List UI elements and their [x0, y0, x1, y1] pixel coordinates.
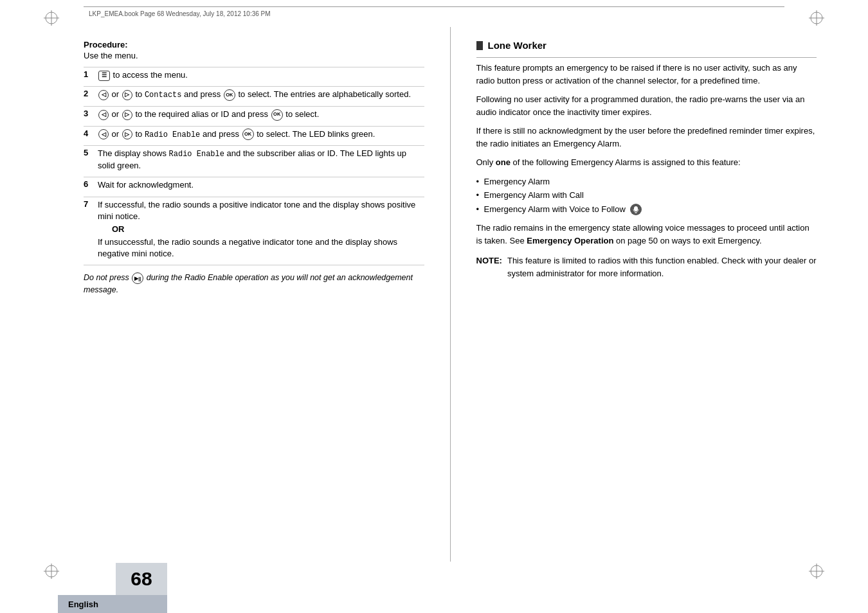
step-4: 4 ◁ or ▷ to Radio Enable and press OK to…: [84, 129, 424, 143]
step-2: 2 ◁ or ▷ to Contacts and press OK to sel…: [84, 89, 424, 103]
step-7-num: 7: [84, 199, 94, 209]
step-7-or: OR: [112, 224, 424, 235]
reg-mark-tr: [809, 10, 824, 28]
title-bar-icon: [476, 41, 483, 50]
divider-5: [84, 145, 424, 146]
ok-button-icon-3: OK: [242, 129, 254, 140]
page-number: 68: [131, 568, 152, 590]
ptt-button-icon: ▶||: [132, 272, 143, 284]
divider-2: [84, 86, 424, 87]
page-number-box: 68: [116, 563, 167, 595]
step-2-num: 2: [84, 89, 94, 98]
right-column: Lone Worker This feature prompts an emer…: [450, 27, 817, 562]
page: LKP_EMEA.book Page 68 Wednesday, July 18…: [0, 0, 868, 613]
para-2: Following no user activity for a program…: [476, 93, 817, 118]
step-4-num: 4: [84, 129, 94, 138]
language-tab: English: [58, 595, 167, 613]
section-title-text: Lone Worker: [488, 40, 547, 51]
italic-note: Do not press ▶|| during the Radio Enable…: [84, 272, 424, 296]
left-column: Procedure: Use the menu. 1 ☰ to access t…: [84, 27, 424, 562]
nav-right-icon: ▷: [122, 90, 132, 100]
para-1: This feature prompts an emergency to be …: [476, 62, 817, 87]
file-bar: LKP_EMEA.book Page 68 Wednesday, July 18…: [84, 6, 784, 21]
para-4-prefix: Only: [476, 157, 496, 167]
nav-left-icon-3: ◁: [98, 129, 109, 139]
step-5-content: The display shows Radio Enable and the s…: [98, 148, 424, 172]
nav-left-icon-2: ◁: [98, 110, 109, 120]
nav-right-icon-3: ▷: [122, 129, 132, 139]
step-1: 1 ☰ to access the menu.: [84, 69, 424, 84]
content-area: Procedure: Use the menu. 1 ☰ to access t…: [84, 27, 817, 562]
ok-button-icon: OK: [224, 89, 235, 101]
bullet-1: Emergency Alarm: [476, 175, 817, 188]
voice-follow-icon: [630, 204, 642, 215]
para-5: The radio remains in the emergency state…: [476, 222, 817, 247]
ok-button-icon-2: OK: [271, 109, 283, 121]
divider-7: [84, 197, 424, 197]
step-6-content: Wait for acknowledgment.: [98, 179, 424, 191]
note-text: This feature is limited to radios with t…: [507, 254, 817, 280]
reg-mark-tl: [44, 10, 59, 28]
para-4-bold: one: [496, 157, 511, 167]
divider-1: [84, 67, 424, 67]
step-3: 3 ◁ or ▷ to the required alias or ID and…: [84, 109, 424, 123]
note-block: NOTE: This feature is limited to radios …: [476, 254, 817, 280]
menu-button-icon: ☰: [98, 71, 110, 81]
step-7: 7 If successful, the radio sounds a posi…: [84, 199, 424, 263]
divider-6: [84, 177, 424, 177]
step-5-num: 5: [84, 148, 94, 157]
step-3-content: ◁ or ▷ to the required alias or ID and p…: [98, 109, 424, 121]
step-7-content: If successful, the radio sounds a positi…: [98, 199, 424, 260]
step-2-content: ◁ or ▷ to Contacts and press OK to selec…: [98, 89, 424, 101]
step-4-content: ◁ or ▷ to Radio Enable and press OK to s…: [98, 129, 424, 141]
procedure-label: Procedure:: [84, 40, 424, 49]
page-footer: 68 English: [0, 562, 868, 613]
step-1-content: ☰ to access the menu.: [98, 69, 424, 81]
file-bar-text: LKP_EMEA.book Page 68 Wednesday, July 18…: [89, 10, 271, 17]
para-3: If there is still no acknowledgment by t…: [476, 125, 817, 150]
nav-left-icon: ◁: [98, 90, 109, 100]
step-1-num: 1: [84, 69, 94, 79]
step-5: 5 The display shows Radio Enable and the…: [84, 148, 424, 174]
note-label: NOTE:: [476, 254, 502, 280]
para-4-suffix: of the following Emergency Alarms is ass…: [511, 157, 741, 167]
para-4: Only one of the following Emergency Alar…: [476, 156, 817, 169]
divider-3: [84, 106, 424, 107]
bullet-3: Emergency Alarm with Voice to Follow: [476, 203, 817, 216]
nav-right-icon-2: ▷: [122, 110, 132, 120]
bullet-list: Emergency Alarm Emergency Alarm with Cal…: [476, 175, 817, 216]
step-3-num: 3: [84, 109, 94, 118]
para-5-suffix: on page 50 on ways to exit Emergency.: [613, 236, 761, 245]
divider-8: [84, 265, 424, 265]
section-divider: [476, 57, 817, 58]
para-5-bold: Emergency Operation: [527, 236, 613, 245]
use-menu-text: Use the menu.: [84, 51, 424, 60]
divider-4: [84, 126, 424, 127]
step-6: 6 Wait for acknowledgment.: [84, 179, 424, 193]
bullet-2: Emergency Alarm with Call: [476, 189, 817, 202]
step-6-num: 6: [84, 179, 94, 189]
section-title: Lone Worker: [476, 40, 817, 51]
